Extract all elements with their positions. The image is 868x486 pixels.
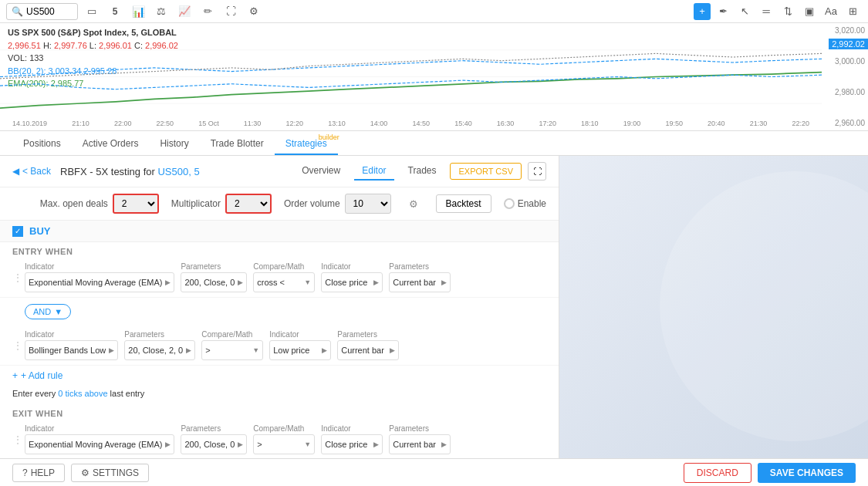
buy-section-header: ✓ BUY (0, 221, 559, 242)
buy-checkbox[interactable]: ✓ (12, 226, 23, 237)
max-open-deals-select[interactable]: 2345 (113, 194, 159, 214)
entry-indicator-1-col: Indicator Exponential Moving Average (EM… (25, 262, 174, 292)
search-input[interactable] (26, 6, 73, 17)
tab-trades[interactable]: Trades (400, 162, 444, 181)
tab-overview[interactable]: Overview (294, 162, 348, 181)
order-volume-label: Order volume (284, 198, 340, 209)
exit-rule-1: ⋮ Indicator Exponential Moving Average (… (0, 420, 559, 458)
entry-rule-1: ⋮ Indicator Exponential Moving Average (… (0, 258, 559, 298)
draw-button[interactable]: ✏ (198, 2, 217, 21)
help-button[interactable]: ? HELP (12, 464, 65, 482)
entry-params2-1-select[interactable]: Current bar ▶ (389, 272, 451, 292)
enable-radio[interactable] (504, 198, 515, 209)
chart-type-button[interactable]: ▭ (83, 2, 101, 21)
and-button-1[interactable]: AND ▼ (25, 304, 71, 319)
bottom-bar: ? HELP ⚙ SETTINGS DISCARD SAVE CHANGES (0, 458, 868, 486)
entry-indicator2-1-select[interactable]: Close price ▶ (321, 272, 383, 292)
backtest-button[interactable]: Backtest (436, 194, 491, 213)
exit-rule-handle-1[interactable]: ⋮ (12, 434, 19, 446)
exit-params-1-select[interactable]: 200, Close, 0 ▶ (181, 434, 247, 454)
decoration-circle (660, 171, 868, 441)
zoom-button[interactable]: ⊞ (843, 2, 862, 21)
order-volume-select[interactable]: 1020 (345, 194, 391, 214)
exit-compare-1-col: Compare/Math > ▼ (253, 424, 315, 454)
buy-label: BUY (29, 225, 50, 237)
nav-tabs: Positions Active Orders History Trade Bl… (0, 131, 868, 156)
exit-indicator2-1-select[interactable]: Close price ▶ (321, 434, 383, 454)
expand-button[interactable]: ⛶ (528, 162, 546, 181)
entry-params-2-select[interactable]: 20, Close, 2, 0 ▶ (124, 340, 195, 360)
save-changes-button[interactable]: SAVE CHANGES (758, 463, 856, 483)
pen-button[interactable]: ✒ (714, 2, 732, 21)
discard-button[interactable]: DISCARD (684, 463, 751, 483)
strategy-header: ◀ < Back RBFX - 5X testing for US500, 5 … (0, 156, 559, 187)
entry-indicator2-2-select[interactable]: Low price ▶ (269, 340, 331, 360)
flip-button[interactable]: ⇅ (778, 2, 797, 21)
entry-compare-1-select[interactable]: cross < ▼ (253, 272, 315, 292)
tab-trade-blotter[interactable]: Trade Blotter (200, 133, 275, 155)
entry-params2-1-col: Parameters Current bar ▶ (389, 262, 451, 292)
entry-indicator-2-col: Indicator Bollinger Bands Low ▶ (25, 330, 118, 360)
entry-compare-2-col: Compare/Math > ▼ (201, 330, 263, 360)
multiplicator-label: Multiplicator (171, 198, 221, 209)
add-button[interactable]: + (694, 3, 711, 20)
exit-indicator-1-select[interactable]: Exponential Moving Average (EMA) ▶ (25, 434, 174, 454)
tab-history[interactable]: History (149, 133, 199, 155)
strategy-panel: ◀ < Back RBFX - 5X testing for US500, 5 … (0, 156, 559, 458)
add-rule-button[interactable]: + + Add rule (0, 366, 559, 386)
search-container[interactable]: 🔍 (6, 3, 78, 20)
entry-indicator-2-select[interactable]: Bollinger Bands Low ▶ (25, 340, 118, 360)
tab-positions[interactable]: Positions (12, 133, 72, 155)
controls-row: Max. open deals 2345 Multiplicator 234 O… (0, 187, 559, 221)
max-open-deals-label: Max. open deals (40, 198, 108, 209)
window-button[interactable]: ▣ (800, 2, 819, 21)
fullscreen-button[interactable]: ⛶ (221, 2, 240, 21)
multiplicator-select[interactable]: 234 (225, 194, 272, 214)
entry-indicator2-1-col: Indicator Close price ▶ (321, 262, 383, 292)
entry-indicator2-2-col: Indicator Low price ▶ (269, 330, 331, 360)
entry-title: ENTRY WHEN (0, 242, 559, 258)
right-decoration (559, 156, 868, 458)
entry-rule-2: ⋮ Indicator Bollinger Bands Low ▶ Parame… (0, 326, 559, 366)
tab-editor[interactable]: Editor (354, 162, 393, 181)
indicator-button[interactable]: 📊 (129, 2, 147, 21)
settings-button[interactable]: ⚙ (245, 2, 263, 21)
entry-params-2-col: Parameters 20, Close, 2, 0 ▶ (124, 330, 195, 360)
tab-strategies[interactable]: Strategies builder (275, 133, 338, 155)
entry-note: Enter every 0 ticks above last entry (0, 386, 559, 404)
exit-params2-1-select[interactable]: Current bar ▶ (389, 434, 451, 454)
entry-compare-2-select[interactable]: > ▼ (201, 340, 263, 360)
export-csv-button[interactable]: EXPORT CSV (450, 163, 522, 180)
tab-active-orders[interactable]: Active Orders (72, 133, 150, 155)
compare-button[interactable]: ⚖ (152, 2, 171, 21)
line-button[interactable]: ═ (757, 2, 775, 21)
strategy-tabs: Overview Editor Trades EXPORT CSV ⛶ (294, 162, 546, 181)
chart-style-button[interactable]: 📈 (175, 2, 194, 21)
interval-label[interactable]: 5 (106, 2, 124, 21)
bottom-right: DISCARD SAVE CHANGES (684, 463, 856, 483)
top-toolbar: 🔍 ▭ 5 📊 ⚖ 📈 ✏ ⛶ ⚙ + ✒ ↖ ═ ⇅ ▣ Aa ⊞ (0, 0, 868, 23)
entry-params-1-select[interactable]: 200, Close, 0 ▶ (181, 272, 247, 292)
back-button[interactable]: ◀ < Back (12, 166, 51, 177)
bottom-left: ? HELP ⚙ SETTINGS (12, 464, 149, 482)
multiplicator-group: Multiplicator 234 (171, 194, 272, 214)
exit-indicator2-1-col: Indicator Close price ▶ (321, 424, 383, 454)
settings-gear-button[interactable]: ⚙ SETTINGS (71, 464, 149, 482)
exit-compare-1-select[interactable]: > ▼ (253, 434, 315, 454)
rule-handle-1[interactable]: ⋮ (12, 272, 19, 284)
max-open-deals-group: Max. open deals 2345 (40, 194, 159, 214)
chart-area: US SPX 500 (S&P) Spot Index, 5, GLOBAL 2… (0, 23, 868, 131)
exit-title: EXIT WHEN (0, 404, 559, 420)
exit-indicator-1-col: Indicator Exponential Moving Average (EM… (25, 424, 174, 454)
text-button[interactable]: Aa (822, 2, 840, 21)
entry-params-1-col: Parameters 200, Close, 0 ▶ (181, 262, 247, 292)
entry-params2-2-select[interactable]: Current bar ▶ (337, 340, 399, 360)
rule-handle-2[interactable]: ⋮ (12, 339, 19, 352)
strategies-badge: builder (319, 133, 339, 141)
toolbar-right: + ✒ ↖ ═ ⇅ ▣ Aa ⊞ (694, 2, 862, 21)
gear-icon[interactable]: ⚙ (404, 194, 424, 214)
entry-compare-1-col: Compare/Math cross < ▼ (253, 262, 315, 292)
cursor-button[interactable]: ↖ (735, 2, 754, 21)
entry-params2-2-col: Parameters Current bar ▶ (337, 330, 399, 360)
entry-indicator-1-select[interactable]: Exponential Moving Average (EMA) ▶ (25, 272, 174, 292)
